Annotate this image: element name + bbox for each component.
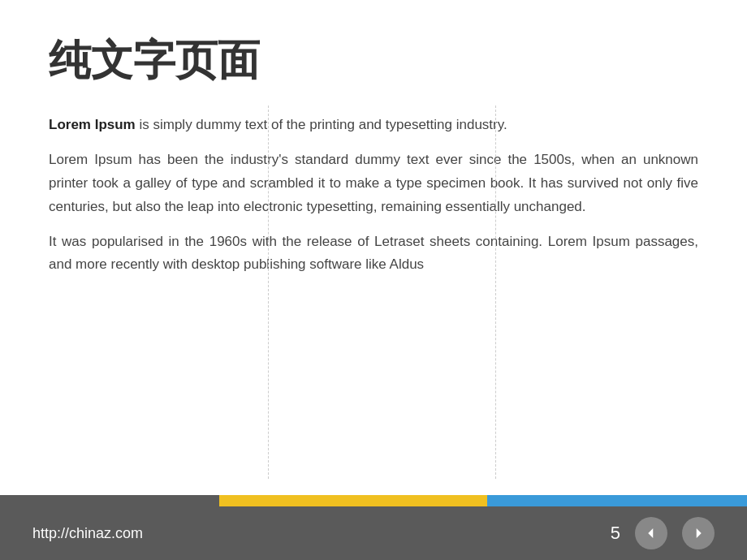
paragraph-3: It was popularised in the 1960s with the…	[49, 230, 698, 278]
footer: http://chinaz.com 5	[0, 495, 747, 560]
slide-container: 纯文字页面 Lorem Ipsum is simply dummy text o…	[0, 0, 747, 560]
svg-marker-0	[648, 528, 653, 538]
bar-yellow	[219, 495, 487, 506]
lorem-ipsum-bold: Lorem Ipsum	[49, 117, 136, 132]
slide-title: 纯文字页面	[49, 32, 698, 89]
footer-bottom: http://chinaz.com 5	[0, 506, 747, 560]
footer-url: http://chinaz.com	[32, 525, 143, 542]
next-button[interactable]	[682, 517, 715, 549]
paragraph-2: Lorem Ipsum has been the industry's stan…	[49, 149, 698, 219]
prev-button[interactable]	[635, 517, 667, 549]
paragraph-1: Lorem Ipsum is simply dummy text of the …	[49, 114, 698, 137]
text-body: Lorem Ipsum is simply dummy text of the …	[49, 114, 698, 277]
footer-right: 5	[611, 517, 715, 549]
paragraph-1-rest: is simply dummy text of the printing and…	[136, 117, 507, 132]
next-icon	[691, 526, 706, 541]
prev-icon	[644, 526, 658, 541]
bar-blue	[487, 495, 747, 506]
page-number: 5	[611, 523, 620, 544]
bar-gray	[0, 495, 219, 506]
main-content: 纯文字页面 Lorem Ipsum is simply dummy text o…	[0, 0, 747, 495]
footer-bars	[0, 495, 747, 506]
svg-marker-1	[697, 528, 702, 538]
